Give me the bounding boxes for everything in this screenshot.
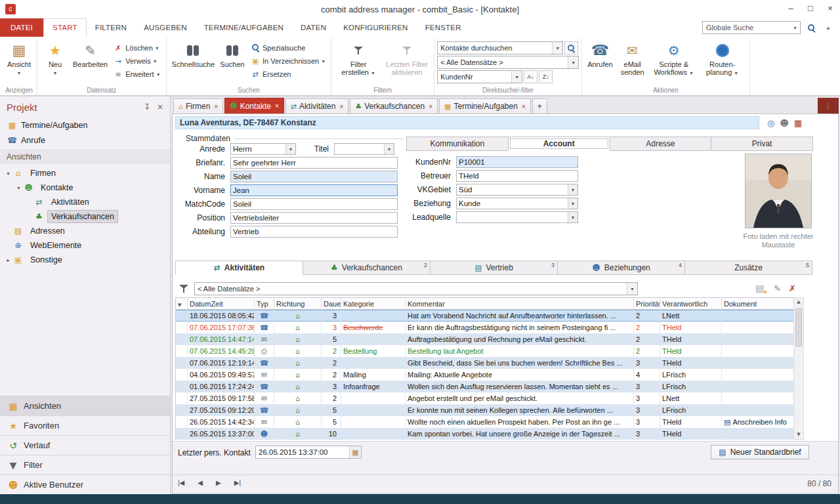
close-sidebar-icon[interactable]: × — [157, 103, 163, 111]
tree-item-adressen[interactable]: ▤Adressen — [0, 224, 170, 238]
calendar-picker-icon[interactable]: ▦ — [349, 446, 361, 458]
edit-activity-icon[interactable]: ✎ — [774, 284, 781, 293]
suchen-button[interactable]: Suchen — [217, 39, 247, 68]
direct-search-icon[interactable] — [564, 41, 578, 54]
detail-tab-account[interactable]: Account — [508, 136, 610, 151]
tree-item-aktivitäten[interactable]: ⇄Aktivitäten — [0, 195, 170, 209]
ribbon-tab-termine-aufgaben[interactable]: TERMINE/AUFGABEN — [196, 18, 292, 37]
activity-row[interactable]: 07.06.2015 14:47:14✉⌂5Auftragsbestätigun… — [176, 333, 794, 345]
sidebar-footer-verlauf[interactable]: ↺Verlauf — [0, 435, 170, 455]
ribbon-tab-datei[interactable]: DATEI — [0, 18, 43, 37]
sort-descending-icon[interactable]: Z↓ — [539, 70, 553, 83]
ribbon-tab-ausgeben[interactable]: AUSGEBEN — [135, 18, 196, 37]
bearbeiten-button[interactable]: ✎ Bearbeiten — [70, 39, 110, 68]
collapse-ribbon-icon[interactable]: ▴ — [822, 21, 835, 34]
first-record-button[interactable]: |◀ — [178, 479, 184, 486]
sort-ascending-icon[interactable]: A↓ — [524, 70, 537, 83]
scroll-up-icon[interactable]: ▲ — [794, 300, 803, 304]
sidebar-footer-filter[interactable]: ▼Filter — [0, 455, 170, 474]
detail-tab-kommunikation[interactable]: Kommunikation — [406, 136, 509, 151]
neu-button[interactable]: ★ Neu▼ — [40, 39, 70, 77]
chevron-down-icon[interactable]: ▼ — [568, 198, 578, 209]
subtab-beziehungen[interactable]: ☻Beziehungen4 — [557, 261, 685, 275]
tab-strip-overflow[interactable]: ⋮ — [818, 98, 839, 114]
anrede-select[interactable]: Herrn▼ — [230, 143, 296, 155]
activity-row[interactable]: 26.05.2015 14:42:34✉⌂5Wollte noch einen … — [176, 416, 794, 428]
schnellsuche-button[interactable]: Schnellsuche — [169, 39, 217, 68]
spezialsuche-button[interactable]: Spezialsuche — [247, 41, 328, 54]
close-tab-icon[interactable]: × — [214, 103, 218, 110]
tree-item-sonstige[interactable]: ▸▣Sonstige — [0, 253, 170, 267]
vkgebiet-select[interactable]: Süd▼ — [456, 184, 578, 196]
maximize-button[interactable]: □ — [801, 0, 820, 18]
new-activity-icon[interactable] — [755, 283, 766, 293]
business-card-icon[interactable]: ☻ — [780, 119, 789, 127]
direktfilter-combo[interactable]: < Alle Datensätze >▼ — [437, 56, 579, 69]
vorname-input[interactable]: Jean — [230, 184, 398, 196]
scroll-down-icon[interactable]: ▼ — [794, 432, 803, 437]
view-tab-verkaufschancen[interactable]: ♣Verkaufschancen× — [350, 98, 438, 114]
filter-erstellen-button[interactable]: Filter erstellen ▼ — [334, 39, 383, 77]
anrufen-button[interactable]: ☎ Anrufen — [585, 39, 616, 68]
global-search-icon[interactable] — [805, 21, 818, 34]
chevron-down-icon[interactable]: ▼ — [568, 212, 578, 222]
ribbon-tab-konfigurieren[interactable]: KONFIGURIEREN — [335, 18, 416, 37]
sortierfeld-combo[interactable]: KundenNr▼ — [437, 70, 522, 83]
column-header-verantwortlich[interactable]: Verantwortlich — [660, 298, 722, 310]
close-button[interactable]: × — [820, 0, 840, 18]
chevron-down-icon[interactable]: ▼ — [384, 144, 394, 154]
sidebar-footer-ansichten[interactable]: ▦Ansichten — [0, 396, 170, 415]
ansicht-button[interactable]: ▦ Ansicht▼ — [4, 39, 34, 77]
beziehung-select[interactable]: Kunde▼ — [456, 198, 578, 209]
tree-item-firmen[interactable]: ▾⌂Firmen — [0, 166, 170, 180]
last-record-button[interactable]: ▶| — [234, 479, 241, 486]
column-header-datumzeit[interactable]: DatumZeit — [188, 298, 255, 310]
betreuer-input[interactable]: THeld — [456, 170, 578, 182]
chevron-down-icon[interactable]: ▼ — [285, 144, 295, 154]
activity-row[interactable]: 07.06.2015 17:07:36☎⌂3BeschwerdeEr kann … — [176, 322, 794, 333]
view-tab-kontakte[interactable]: ☻Kontakte× — [224, 98, 284, 114]
loeschen-button[interactable]: ✗Löschen▼ — [110, 41, 163, 54]
detail-tab-privat[interactable]: Privat — [711, 136, 813, 151]
briefanr-input[interactable]: Sehr geehrter Herr — [230, 157, 398, 169]
activity-row[interactable]: 01.06.2015 17:24:24☎⌂3InfoanfrageWollen … — [176, 381, 794, 392]
activity-row[interactable]: 26.05.2015 13:37:00☻⌂10Kam spontan vorbe… — [176, 428, 794, 440]
expand-arrow-icon[interactable]: ▸ — [4, 257, 12, 263]
last-contact-input[interactable]: 26.05.2015 13:37:00 ▦ — [255, 446, 362, 459]
new-tab-button[interactable]: + — [532, 98, 547, 114]
in-verzeichnissen-button[interactable]: ▣In Verzeichnissen▼ — [247, 54, 328, 68]
table-header-row[interactable]: ▼ DatumZeit Typ Richtung Dauer Kategorie… — [176, 298, 794, 310]
sidebar-item-anrufe[interactable]: ☎Anrufe — [0, 133, 170, 148]
ersetzen-button[interactable]: ⇄Ersetzen — [247, 68, 328, 81]
ribbon-tab-fenster[interactable]: FENSTER — [417, 18, 470, 37]
chevron-down-icon[interactable]: ▼ — [790, 26, 800, 30]
view-tab-termine-aufgaben[interactable]: ▦Termine/Aufgaben× — [439, 98, 531, 114]
column-header-dokument[interactable]: Dokument — [722, 298, 794, 310]
routenplanung-button[interactable]: Routen-planung ▼ — [698, 39, 747, 77]
collapse-arrow-icon[interactable]: ▾ — [4, 171, 12, 177]
view-tab-firmen[interactable]: ⌂Firmen× — [173, 98, 223, 114]
matchcode-input[interactable]: Soleil — [230, 198, 398, 210]
chevron-down-icon[interactable]: ▼ — [568, 184, 578, 195]
tree-item-kontakte[interactable]: ▾☻Kontakte — [0, 180, 170, 195]
sidebar-footer-aktive-benutzer[interactable]: ☻Aktive Benutzer — [0, 474, 170, 494]
activity-row[interactable]: 07.06.2015 14:45:28⎙⌂2BestellungBestellu… — [176, 345, 794, 357]
letzten-filter-button[interactable]: Letzten Filter aktivieren — [383, 39, 431, 76]
column-header-kommentar[interactable]: Kommentar — [406, 298, 634, 310]
name-input[interactable]: Soleil — [230, 171, 398, 182]
detail-tab-adresse[interactable]: Adresse — [610, 136, 712, 151]
abteilung-input[interactable]: Vertrieb — [230, 226, 398, 238]
link-icon[interactable]: ◎ — [767, 119, 774, 127]
ribbon-tab-start[interactable]: START — [43, 18, 87, 37]
subtab-aktivitäten[interactable]: ⇄Aktivitäten — [175, 261, 303, 275]
column-header-dauer[interactable]: Dauer — [322, 298, 341, 310]
neuer-standardbrief-button[interactable]: ▤ Neuer Standardbrief — [711, 445, 809, 459]
pin-icon[interactable]: ↧ — [144, 103, 150, 111]
delete-activity-icon[interactable]: ✗ — [789, 284, 796, 293]
global-search-input[interactable]: Globale Suche ▼ — [702, 21, 801, 34]
contact-photo[interactable] — [745, 154, 812, 228]
tree-item-webelemente[interactable]: ⊕WebElemente — [0, 238, 170, 253]
view-tab-aktivitäten[interactable]: ⇄Aktivitäten× — [285, 98, 348, 114]
ribbon-tab-filtern[interactable]: FILTERN — [87, 18, 135, 37]
activity-row[interactable]: 07.06.2015 12:19:14☎⌂2Gibt Bescheid, das… — [176, 357, 794, 369]
